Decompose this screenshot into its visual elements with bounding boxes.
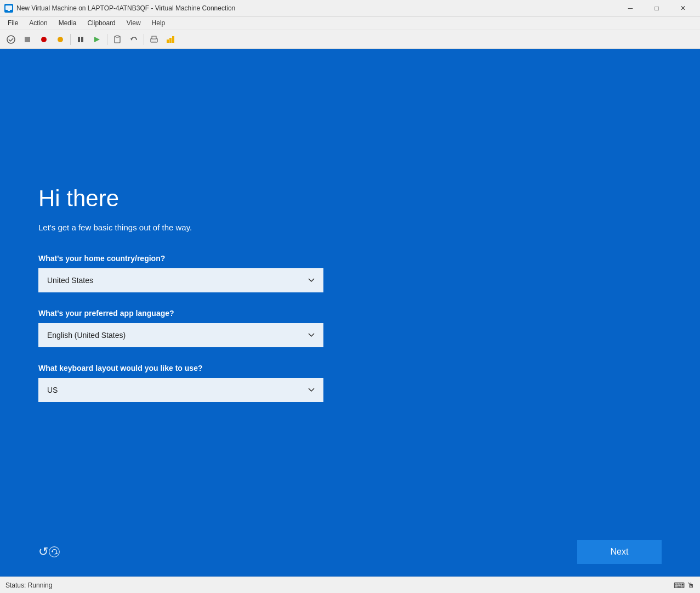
- svg-point-5: [41, 37, 47, 42]
- toolbar-save-btn[interactable]: [3, 32, 19, 47]
- country-select[interactable]: United States: [38, 268, 323, 292]
- menu-clipboard[interactable]: Clipboard: [82, 18, 121, 28]
- svg-rect-7: [78, 37, 80, 42]
- svg-rect-18: [172, 36, 174, 43]
- svg-rect-11: [116, 36, 119, 37]
- svg-rect-16: [167, 39, 169, 43]
- toolbar-print-btn[interactable]: [146, 32, 162, 47]
- svg-marker-9: [94, 37, 100, 42]
- svg-rect-4: [25, 37, 30, 42]
- svg-rect-1: [5, 5, 12, 10]
- status-text: Status: Running: [5, 581, 52, 589]
- menu-action[interactable]: Action: [24, 18, 53, 28]
- title-bar: New Virtual Machine on LAPTOP-4ATNB3QF -…: [0, 0, 700, 16]
- svg-point-6: [58, 37, 63, 42]
- language-section: What's your preferred app language? Engl…: [38, 309, 662, 347]
- country-section: What's your home country/region? United …: [38, 254, 662, 292]
- app-icon: [4, 4, 13, 13]
- country-label: What's your home country/region?: [38, 254, 662, 263]
- maximize-button[interactable]: □: [644, 0, 669, 16]
- window-title: New Virtual Machine on LAPTOP-4ATNB3QF -…: [16, 4, 618, 12]
- menu-media[interactable]: Media: [53, 18, 82, 28]
- svg-marker-20: [52, 551, 54, 552]
- toolbar-record-btn[interactable]: [36, 32, 52, 47]
- page-subtitle: Let's get a few basic things out of the …: [38, 223, 662, 232]
- window-controls: ─ □ ✕: [618, 0, 696, 16]
- toolbar-separator-2: [107, 34, 107, 45]
- menu-file[interactable]: File: [2, 18, 24, 28]
- keyboard-select[interactable]: US: [38, 378, 323, 402]
- reset-button[interactable]: [38, 541, 60, 563]
- status-bar: Status: Running ⌨ 🖱: [0, 577, 700, 593]
- keyboard-label: What keyboard layout would you like to u…: [38, 364, 662, 372]
- svg-point-3: [7, 36, 15, 43]
- close-button[interactable]: ✕: [670, 0, 696, 16]
- svg-marker-12: [130, 38, 133, 41]
- toolbar-power-btn[interactable]: [53, 32, 68, 47]
- svg-rect-14: [152, 36, 156, 39]
- page-heading: Hi there: [38, 185, 662, 212]
- status-right-icons: ⌨ 🖱: [674, 581, 695, 590]
- toolbar-pause-btn[interactable]: [73, 32, 88, 47]
- toolbar: [0, 30, 700, 49]
- toolbar-clipboard-btn[interactable]: [110, 32, 125, 47]
- bottom-bar: Next: [38, 533, 662, 577]
- svg-point-19: [49, 547, 60, 557]
- language-select[interactable]: English (United States): [38, 323, 323, 347]
- minimize-button[interactable]: ─: [618, 0, 643, 16]
- svg-rect-17: [169, 38, 172, 43]
- svg-rect-2: [8, 10, 10, 11]
- mouse-icon: 🖱: [687, 581, 695, 590]
- menu-view[interactable]: View: [121, 18, 146, 28]
- menu-help[interactable]: Help: [146, 18, 171, 28]
- setup-area: Hi there Let's get a few basic things ou…: [38, 49, 662, 533]
- keyboard-section: What keyboard layout would you like to u…: [38, 364, 662, 402]
- menu-bar: File Action Media Clipboard View Help: [0, 16, 700, 30]
- svg-rect-15: [152, 41, 156, 42]
- keyboard-icon: ⌨: [674, 581, 685, 590]
- toolbar-resource-btn[interactable]: [163, 32, 178, 47]
- next-button[interactable]: Next: [577, 540, 662, 564]
- toolbar-stop-btn[interactable]: [20, 32, 35, 47]
- language-label: What's your preferred app language?: [38, 309, 662, 318]
- vm-content: Hi there Let's get a few basic things ou…: [0, 49, 700, 577]
- toolbar-separator-1: [70, 34, 71, 45]
- svg-rect-8: [81, 37, 83, 42]
- toolbar-undo-btn[interactable]: [126, 32, 141, 47]
- toolbar-separator-3: [144, 34, 144, 45]
- toolbar-play-btn[interactable]: [89, 32, 105, 47]
